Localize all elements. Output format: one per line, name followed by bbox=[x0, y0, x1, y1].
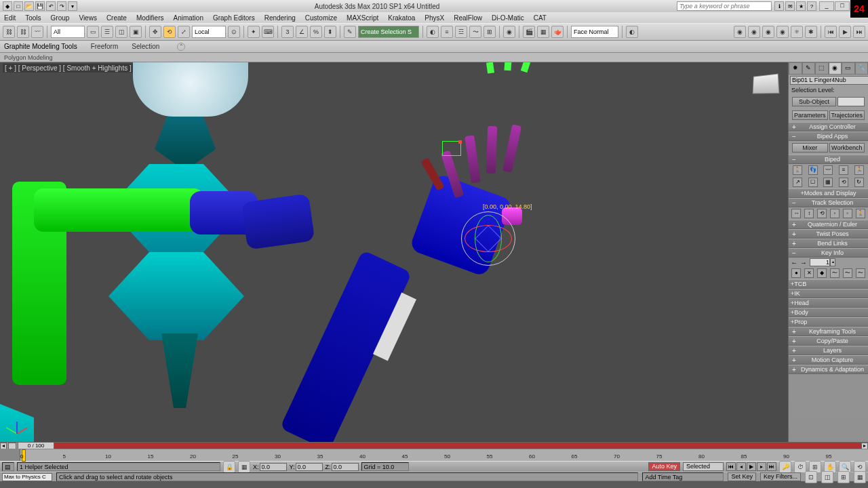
menu-group[interactable]: Group bbox=[51, 14, 70, 22]
reactor-icon[interactable]: ⚛ bbox=[791, 26, 803, 38]
edit-named-sel-icon[interactable]: ✎ bbox=[344, 26, 356, 38]
reactor-icon[interactable]: ◉ bbox=[762, 26, 774, 38]
key-number-field[interactable] bbox=[810, 258, 830, 266]
lock-selection-icon[interactable]: 🔒 bbox=[223, 461, 235, 473]
menu-create[interactable]: Create bbox=[106, 14, 127, 22]
workbench-button[interactable]: Workbench bbox=[829, 143, 865, 152]
figure-mode-icon[interactable]: 🚶 bbox=[793, 165, 802, 175]
key-mode-icon[interactable]: 🔑 bbox=[779, 461, 791, 473]
selection-set-combo[interactable]: Selected bbox=[683, 462, 724, 471]
undo-icon[interactable]: ↶ bbox=[46, 1, 56, 11]
mixer-button[interactable]: Mixer bbox=[792, 143, 828, 152]
key-filters-button[interactable]: Key Filters... bbox=[760, 472, 801, 481]
z-coord-field[interactable] bbox=[332, 463, 359, 471]
rotate-gizmo[interactable] bbox=[461, 211, 515, 266]
schematic-view-icon[interactable]: ⊞ bbox=[484, 26, 496, 38]
x-coord-field[interactable] bbox=[260, 463, 287, 471]
prev-frame-icon[interactable]: ◂ bbox=[736, 462, 746, 471]
play-icon[interactable]: ▶ bbox=[839, 26, 851, 38]
key-icon[interactable]: 〜 bbox=[843, 268, 852, 278]
rollout-biped[interactable]: Biped bbox=[799, 156, 866, 163]
rollout-ik[interactable]: +IK bbox=[791, 290, 866, 297]
menu-animation[interactable]: Animation bbox=[173, 14, 203, 22]
rollout-keyframing-tools[interactable]: Keyframing Tools bbox=[799, 328, 866, 335]
track-icon[interactable]: ↕ bbox=[804, 209, 814, 218]
favorites-icon[interactable]: ★ bbox=[796, 1, 806, 11]
biped-tool-icon[interactable]: ⟲ bbox=[839, 178, 848, 187]
reactor-icon[interactable]: ◉ bbox=[748, 26, 760, 38]
ribbon-subpanel[interactable]: Polygon Modeling bbox=[0, 53, 868, 62]
sub-object-list[interactable] bbox=[837, 97, 865, 106]
use-center-icon[interactable]: ⊙ bbox=[228, 26, 240, 38]
bind-space-warp-icon[interactable]: 〰 bbox=[31, 26, 43, 38]
reactor-icon[interactable]: ✱ bbox=[805, 26, 817, 38]
rollout-motion-capture[interactable]: Motion Capture bbox=[799, 357, 866, 363]
key-icon[interactable]: 〜 bbox=[856, 268, 865, 278]
infocenter-icon[interactable]: ℹ bbox=[774, 1, 784, 11]
time-slider-track[interactable]: ◂ 0 / 100 ▸ bbox=[0, 442, 868, 449]
menu-diomatic[interactable]: Di-O-Matic bbox=[492, 14, 524, 22]
track-icon[interactable]: 🚶 bbox=[856, 209, 865, 218]
isolate-icon[interactable]: ▦ bbox=[238, 461, 250, 473]
sub-object-button[interactable]: Sub-Object bbox=[792, 97, 836, 106]
y-coord-field[interactable] bbox=[296, 463, 323, 471]
rollout-layers[interactable]: Layers bbox=[799, 347, 866, 354]
named-selection-combo[interactable]: Create Selection S bbox=[358, 26, 419, 38]
select-region-icon[interactable]: ◫ bbox=[115, 26, 127, 38]
object-name-field[interactable] bbox=[790, 76, 868, 85]
redo-icon[interactable]: ↷ bbox=[57, 1, 66, 11]
motion-tab-icon[interactable]: ◉ bbox=[829, 62, 842, 75]
motion-flow-icon[interactable]: 〰 bbox=[823, 165, 833, 175]
footstep-mode-icon[interactable]: 👣 bbox=[808, 165, 818, 175]
viewport-perspective[interactable]: [ + ] [ Perspective ] [ Smooth + Highlig… bbox=[0, 62, 788, 442]
rollout-biped-apps[interactable]: Biped Apps bbox=[799, 133, 866, 140]
parameters-button[interactable]: Parameters bbox=[792, 110, 828, 120]
viewport-label[interactable]: [ + ] [ Perspective ] [ Smooth + Highlig… bbox=[3, 64, 134, 73]
manipulate-icon[interactable]: ✦ bbox=[248, 26, 260, 38]
trajectories-button[interactable]: Trajectories bbox=[829, 110, 865, 120]
goto-start-icon[interactable]: ⏮ bbox=[825, 26, 837, 38]
next-frame-icon[interactable]: ▸ bbox=[757, 462, 766, 471]
ribbon-tab-selection[interactable]: Selection bbox=[132, 43, 159, 50]
keyboard-shortcut-icon[interactable]: ⌨ bbox=[262, 26, 274, 38]
help-search-input[interactable] bbox=[677, 1, 772, 11]
scale-icon[interactable]: ⤢ bbox=[178, 26, 190, 38]
select-by-name-icon[interactable]: ☰ bbox=[101, 26, 113, 38]
set-key-button[interactable]: Set Key bbox=[728, 472, 756, 481]
normal-align-combo[interactable]: Face Normal bbox=[571, 26, 618, 38]
mirror-icon[interactable]: ◐ bbox=[427, 26, 439, 38]
track-icon[interactable]: ◦ bbox=[843, 209, 852, 218]
menu-customize[interactable]: Customize bbox=[305, 14, 337, 22]
display-tab-icon[interactable]: ▭ bbox=[842, 62, 855, 75]
align-icon[interactable]: ≡ bbox=[441, 26, 453, 38]
add-time-tag[interactable]: Add Time Tag bbox=[642, 472, 724, 481]
render-frame-icon[interactable]: ▦ bbox=[537, 26, 549, 38]
help-icon[interactable]: ? bbox=[807, 1, 816, 11]
key-icon[interactable]: 〜 bbox=[830, 268, 840, 278]
goto-start-icon[interactable]: ⏮ bbox=[726, 462, 736, 471]
rollout-bend-links[interactable]: Bend Links bbox=[799, 240, 866, 247]
track-icon[interactable]: ↔ bbox=[791, 209, 801, 218]
move-icon[interactable]: ✥ bbox=[149, 26, 161, 38]
rollout-copypaste[interactable]: Copy/Paste bbox=[799, 338, 866, 344]
track-icon[interactable]: ◦ bbox=[830, 209, 840, 218]
rollout-body[interactable]: +Body bbox=[791, 309, 866, 316]
prev-key-icon[interactable]: ← bbox=[791, 259, 797, 266]
rotate-icon[interactable]: ⟲ bbox=[163, 26, 176, 38]
rollout-dynamics[interactable]: Dynamics & Adaptation bbox=[799, 366, 866, 373]
percent-snap-icon[interactable]: % bbox=[310, 26, 322, 38]
maximize-button[interactable]: □ bbox=[835, 1, 850, 11]
next-key-icon[interactable]: → bbox=[800, 259, 807, 266]
biped-tool-icon[interactable]: ↻ bbox=[854, 178, 864, 187]
window-crossing-icon[interactable]: ▣ bbox=[130, 26, 142, 38]
biped-tool-icon[interactable]: ▦ bbox=[823, 178, 833, 187]
ribbon-tab-freeform[interactable]: Freeform bbox=[91, 43, 119, 50]
minimize-button[interactable]: _ bbox=[819, 1, 834, 11]
set-key-icon[interactable]: ● bbox=[791, 268, 801, 278]
viewport-nav-icon[interactable]: ▦ bbox=[854, 471, 866, 483]
rollout-prop[interactable]: +Prop bbox=[791, 319, 866, 325]
comm-center-icon[interactable]: ✉ bbox=[785, 1, 795, 11]
spinner-icon[interactable]: ▴ bbox=[830, 258, 835, 266]
save-icon[interactable]: 💾 bbox=[35, 1, 45, 11]
hierarchy-tab-icon[interactable]: ⬚ bbox=[815, 62, 829, 75]
